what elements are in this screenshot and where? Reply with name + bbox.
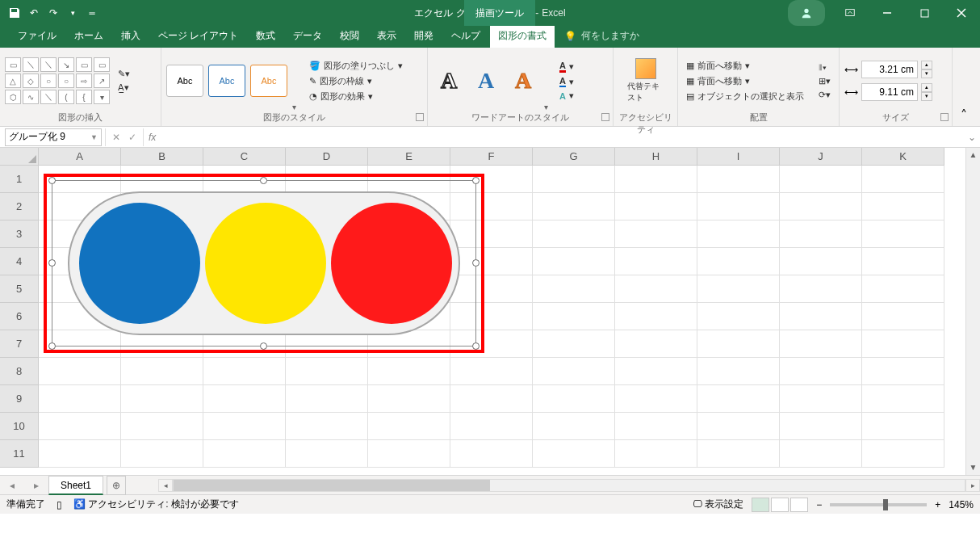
col-header[interactable]: F bbox=[450, 148, 533, 166]
cell[interactable] bbox=[533, 330, 615, 358]
cell[interactable] bbox=[615, 358, 697, 385]
wordart-preset-1[interactable]: A bbox=[433, 68, 465, 94]
cell[interactable] bbox=[862, 358, 944, 385]
qat-customize-icon[interactable]: ═ bbox=[86, 6, 98, 19]
row-header[interactable]: 9 bbox=[0, 385, 39, 413]
sheet-tab-sheet1[interactable]: Sheet1 bbox=[48, 476, 103, 495]
cell[interactable] bbox=[450, 358, 533, 385]
cell[interactable] bbox=[697, 220, 780, 248]
cell[interactable] bbox=[368, 440, 450, 468]
cell[interactable] bbox=[862, 440, 944, 468]
tab-data[interactable]: データ bbox=[285, 25, 330, 48]
cell[interactable] bbox=[450, 440, 533, 468]
cell[interactable] bbox=[697, 166, 780, 193]
shape-effects-button[interactable]: ◔ 図形の効果 ▾ bbox=[306, 90, 406, 103]
group-button[interactable]: ⊞▾ bbox=[815, 75, 834, 87]
collapse-ribbon-icon[interactable]: ˄ bbox=[953, 48, 975, 126]
cell[interactable] bbox=[780, 385, 862, 413]
new-sheet-button[interactable]: ⊕ bbox=[107, 476, 126, 495]
cell[interactable] bbox=[697, 248, 780, 275]
tab-scroll-left-icon[interactable]: ◂ bbox=[10, 480, 15, 491]
redo-icon[interactable]: ↷ bbox=[47, 6, 60, 19]
expand-formula-bar-icon[interactable]: ⌄ bbox=[964, 132, 980, 143]
row-header[interactable]: 11 bbox=[0, 440, 39, 468]
shape-outline-button[interactable]: ✎ 図形の枠線 ▾ bbox=[306, 74, 406, 88]
col-header[interactable]: B bbox=[121, 148, 203, 166]
align-button[interactable]: ⫴▾ bbox=[815, 61, 834, 74]
cell[interactable] bbox=[615, 220, 697, 248]
row-header[interactable]: 7 bbox=[0, 330, 39, 358]
cell[interactable] bbox=[615, 193, 697, 220]
rotate-button[interactable]: ⟳▾ bbox=[815, 89, 834, 101]
cell[interactable] bbox=[862, 385, 944, 413]
col-header[interactable]: K bbox=[862, 148, 944, 166]
cell[interactable] bbox=[697, 440, 780, 468]
style-gallery-more-icon[interactable]: ▾ bbox=[292, 103, 296, 111]
resize-handle[interactable] bbox=[472, 259, 480, 267]
cell[interactable] bbox=[533, 193, 615, 220]
row-header[interactable]: 2 bbox=[0, 193, 39, 220]
select-all-corner[interactable] bbox=[0, 148, 39, 166]
col-header[interactable]: H bbox=[615, 148, 697, 166]
fx-icon[interactable]: fx bbox=[144, 132, 161, 143]
send-backward-button[interactable]: ▦ 背面へ移動 ▾ bbox=[683, 74, 810, 88]
cell[interactable] bbox=[780, 248, 862, 275]
style-preset-1[interactable]: Abc bbox=[166, 65, 203, 97]
col-header[interactable]: C bbox=[203, 148, 286, 166]
tab-developer[interactable]: 開発 bbox=[406, 25, 442, 48]
selection-pane-button[interactable]: ▤ オブジェクトの選択と表示 bbox=[683, 90, 810, 103]
cell[interactable] bbox=[615, 303, 697, 330]
shape-fill-button[interactable]: 🪣 図形の塗りつぶし ▾ bbox=[306, 59, 406, 73]
cell[interactable] bbox=[862, 413, 944, 440]
cell[interactable] bbox=[780, 413, 862, 440]
cell[interactable] bbox=[615, 330, 697, 358]
cell[interactable] bbox=[203, 413, 286, 440]
alt-text-button[interactable]: 代替テキスト bbox=[627, 58, 664, 103]
cell[interactable] bbox=[368, 385, 450, 413]
cell[interactable] bbox=[533, 385, 615, 413]
tab-home[interactable]: ホーム bbox=[66, 25, 111, 48]
page-layout-view-button[interactable] bbox=[771, 498, 789, 512]
cell[interactable] bbox=[780, 358, 862, 385]
tab-scroll-right-icon[interactable]: ▸ bbox=[34, 480, 39, 491]
row-header[interactable]: 10 bbox=[0, 413, 39, 440]
text-fill-button[interactable]: A▾ bbox=[556, 60, 577, 74]
cell[interactable] bbox=[780, 166, 862, 193]
cell[interactable] bbox=[615, 385, 697, 413]
text-box-button[interactable]: A̲▾ bbox=[115, 82, 133, 94]
cell[interactable] bbox=[39, 385, 121, 413]
cell[interactable] bbox=[780, 303, 862, 330]
cell[interactable] bbox=[286, 358, 368, 385]
row-header[interactable]: 5 bbox=[0, 275, 39, 303]
accessibility-status[interactable]: ♿ アクセシビリティ: 検討が必要です bbox=[73, 498, 239, 511]
cell[interactable] bbox=[780, 275, 862, 303]
cell[interactable] bbox=[286, 385, 368, 413]
undo-icon[interactable]: ↶ bbox=[27, 6, 40, 19]
col-header[interactable]: A bbox=[39, 148, 121, 166]
cell[interactable] bbox=[697, 385, 780, 413]
cell[interactable] bbox=[39, 440, 121, 468]
cell[interactable] bbox=[450, 385, 533, 413]
col-header[interactable]: I bbox=[697, 148, 780, 166]
text-effects-button[interactable]: A▾ bbox=[556, 90, 577, 102]
row-header[interactable]: 4 bbox=[0, 248, 39, 275]
name-box-dropdown-icon[interactable]: ▼ bbox=[90, 133, 98, 141]
cell[interactable] bbox=[121, 385, 203, 413]
formula-input[interactable] bbox=[161, 128, 964, 146]
tab-insert[interactable]: 挿入 bbox=[113, 25, 149, 48]
tab-page-layout[interactable]: ページ レイアウト bbox=[150, 25, 246, 48]
cell[interactable] bbox=[862, 220, 944, 248]
cell[interactable] bbox=[615, 413, 697, 440]
cell[interactable] bbox=[862, 330, 944, 358]
cell[interactable] bbox=[862, 166, 944, 193]
cancel-formula-icon[interactable]: ✕ bbox=[112, 132, 120, 143]
cell[interactable] bbox=[203, 440, 286, 468]
scroll-right-icon[interactable]: ▸ bbox=[965, 479, 980, 492]
display-settings-button[interactable]: 🖵 表示設定 bbox=[693, 498, 743, 511]
minimize-button[interactable] bbox=[869, 0, 906, 26]
resize-handle[interactable] bbox=[472, 342, 480, 350]
cell[interactable] bbox=[780, 330, 862, 358]
cell[interactable] bbox=[450, 413, 533, 440]
resize-handle[interactable] bbox=[48, 177, 56, 184]
cell[interactable] bbox=[368, 358, 450, 385]
